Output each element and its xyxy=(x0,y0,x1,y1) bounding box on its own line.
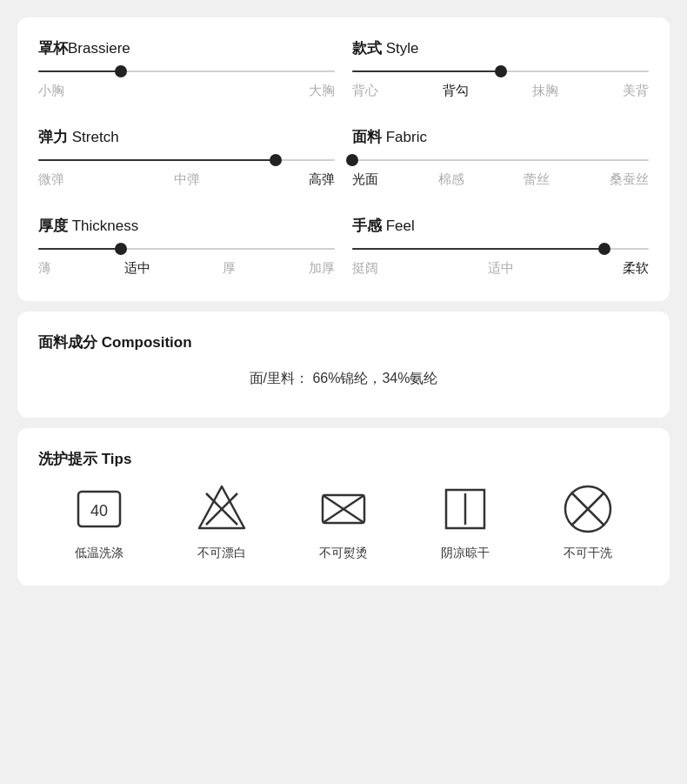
thickness-thumb xyxy=(115,243,127,255)
stretch-slider xyxy=(38,159,335,161)
fabric-slider xyxy=(352,159,649,161)
fabric-label-1: 棉感 xyxy=(438,171,464,188)
style-label-3: 美背 xyxy=(623,83,649,99)
tip-no-iron-label: 不可熨烫 xyxy=(319,546,368,561)
no-bleach-icon xyxy=(194,481,250,537)
fabric-thumb xyxy=(346,154,358,166)
tip-wash: 40 低温洗涤 xyxy=(38,481,160,561)
fabric-labels: 光面 棉感 蕾丝 桑蚕丝 xyxy=(352,171,649,188)
wash-icon: 40 xyxy=(71,481,127,537)
tip-drip-dry-label: 阴凉晾干 xyxy=(441,546,490,561)
style-slider xyxy=(352,70,649,72)
style-thumb xyxy=(495,65,507,77)
stretch-labels: 微弹 中弹 高弹 xyxy=(38,171,335,188)
tips-card: 洗护提示 Tips 40 低温洗涤 不可漂白 xyxy=(17,428,670,586)
brassiere-thumb xyxy=(115,65,127,77)
tip-no-dryclean: 不可干洗 xyxy=(527,481,649,561)
thickness-labels: 薄 适中 厚 加厚 xyxy=(38,260,335,277)
brassiere-attr: 罩杯Brassiere 小胸 大胸 xyxy=(38,38,335,99)
drip-dry-icon xyxy=(437,481,493,537)
svg-marker-2 xyxy=(199,486,244,528)
stretch-fill xyxy=(38,159,276,161)
attributes-card: 罩杯Brassiere 小胸 大胸 款式 Style xyxy=(17,17,670,301)
thickness-attr: 厚度 Thickness 薄 适中 厚 加厚 xyxy=(38,216,335,277)
thickness-title: 厚度 Thickness xyxy=(38,216,335,236)
style-labels: 背心 背勾 抹胸 美背 xyxy=(352,83,649,99)
tip-no-bleach-label: 不可漂白 xyxy=(197,546,246,561)
feel-label-1: 适中 xyxy=(488,260,514,277)
no-iron-icon xyxy=(316,481,371,537)
tip-drip-dry: 阴凉晾干 xyxy=(404,481,526,561)
brassiere-labels: 小胸 大胸 xyxy=(38,83,335,99)
feel-slider xyxy=(352,248,649,250)
tip-no-bleach: 不可漂白 xyxy=(160,481,282,561)
style-title: 款式 Style xyxy=(352,38,649,58)
thickness-slider xyxy=(38,248,335,250)
stretch-label-2: 高弹 xyxy=(309,171,335,188)
composition-title: 面料成分 Composition xyxy=(38,332,649,352)
tip-no-dryclean-label: 不可干洗 xyxy=(564,546,612,561)
composition-content: 面/里料： 66%锦纶，34%氨纶 xyxy=(38,365,649,393)
brassiere-fill xyxy=(38,70,121,72)
feel-thumb xyxy=(598,243,610,255)
brassiere-label-0: 小胸 xyxy=(38,83,64,99)
feel-label-2: 柔软 xyxy=(623,260,649,277)
tip-wash-label: 低温洗涤 xyxy=(75,546,123,561)
tips-title: 洗护提示 Tips xyxy=(38,449,649,469)
brassiere-title: 罩杯Brassiere xyxy=(38,38,335,58)
thickness-fill xyxy=(38,248,121,250)
thickness-label-1: 适中 xyxy=(124,260,150,277)
brassiere-label-1: 大胸 xyxy=(309,83,335,99)
tip-no-iron: 不可熨烫 xyxy=(283,481,404,561)
fabric-label-0: 光面 xyxy=(352,171,378,188)
stretch-label-1: 中弹 xyxy=(174,171,200,188)
attributes-grid: 罩杯Brassiere 小胸 大胸 款式 Style xyxy=(38,38,649,277)
page-container: 罩杯Brassiere 小胸 大胸 款式 Style xyxy=(17,17,670,586)
stretch-attr: 弹力 Stretch 微弹 中弹 高弹 xyxy=(38,127,335,188)
thickness-label-0: 薄 xyxy=(38,260,51,277)
feel-fill xyxy=(352,248,604,250)
stretch-title: 弹力 Stretch xyxy=(38,127,335,147)
fabric-attr: 面料 Fabric 光面 棉感 蕾丝 桑蚕丝 xyxy=(352,127,649,188)
stretch-thumb xyxy=(270,154,282,166)
style-fill xyxy=(352,70,501,72)
stretch-label-0: 微弹 xyxy=(38,171,64,188)
fabric-title: 面料 Fabric xyxy=(352,127,649,147)
feel-title: 手感 Feel xyxy=(352,216,649,236)
style-label-2: 抹胸 xyxy=(532,83,558,99)
style-label-1: 背勾 xyxy=(443,83,469,99)
thickness-label-3: 加厚 xyxy=(309,260,335,277)
feel-label-0: 挺阔 xyxy=(352,260,378,277)
no-dryclean-icon xyxy=(560,481,616,537)
svg-text:40: 40 xyxy=(90,502,108,519)
feel-attr: 手感 Feel 挺阔 适中 柔软 xyxy=(352,216,649,277)
fabric-label-3: 桑蚕丝 xyxy=(610,171,649,188)
brassiere-slider xyxy=(38,70,335,72)
style-label-0: 背心 xyxy=(352,83,378,99)
style-attr: 款式 Style 背心 背勾 抹胸 美背 xyxy=(352,38,649,99)
tips-icons-row: 40 低温洗涤 不可漂白 不可熨烫 xyxy=(38,481,649,561)
composition-card: 面料成分 Composition 面/里料： 66%锦纶，34%氨纶 xyxy=(17,312,670,418)
feel-labels: 挺阔 适中 柔软 xyxy=(352,260,649,277)
fabric-label-2: 蕾丝 xyxy=(524,171,550,188)
thickness-label-2: 厚 xyxy=(223,260,236,277)
